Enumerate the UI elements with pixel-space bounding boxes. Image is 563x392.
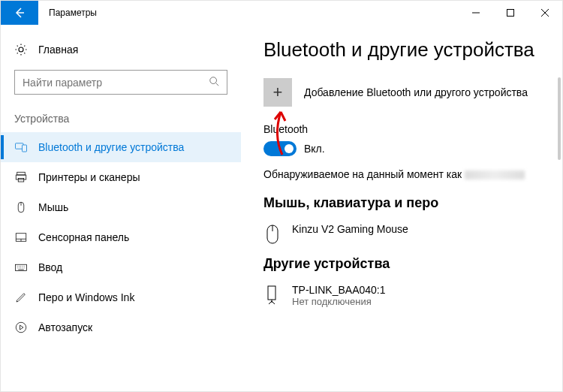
- device-status: Нет подключения: [292, 296, 386, 307]
- keyboard-icon: [14, 261, 28, 274]
- back-button[interactable]: [1, 1, 38, 25]
- add-device-row[interactable]: + Добавление Bluetooth или другого устро…: [263, 78, 546, 107]
- other-heading: Другие устройства: [263, 256, 546, 272]
- sidebar-item-touchpad[interactable]: Сенсорная панель: [1, 222, 241, 252]
- device-row-mouse[interactable]: Kinzu V2 Gaming Mouse: [263, 219, 546, 256]
- sidebar-item-label: Мышь: [38, 201, 68, 213]
- bluetooth-state: Вкл.: [304, 143, 325, 155]
- svg-rect-4: [17, 172, 26, 175]
- svg-rect-5: [16, 175, 26, 179]
- device-icon: [263, 284, 282, 305]
- printer-icon: [14, 170, 28, 184]
- svg-rect-12: [268, 286, 275, 300]
- title-bar: Параметры: [1, 1, 562, 25]
- sidebar-item-label: Сенсорная панель: [38, 231, 129, 243]
- device-name: TP-LINK_BAA040:1: [292, 284, 386, 296]
- mouse-icon: [14, 201, 28, 214]
- bluetooth-toggle[interactable]: [263, 141, 297, 156]
- mkp-heading: Мышь, клавиатура и перо: [263, 195, 546, 211]
- svg-rect-3: [23, 145, 27, 152]
- sidebar-item-bluetooth[interactable]: Bluetooth и другие устройства: [1, 132, 241, 162]
- gear-icon: [14, 43, 28, 56]
- scrollbar[interactable]: [558, 77, 561, 160]
- home-button[interactable]: Главная: [1, 38, 241, 64]
- window-title: Параметры: [38, 1, 97, 25]
- plus-icon: +: [273, 83, 283, 102]
- sidebar-item-label: Bluetooth и другие устройства: [38, 141, 184, 153]
- discoverable-text: Обнаруживаемое на данный момент как: [263, 168, 546, 180]
- device-name: Kinzu V2 Gaming Mouse: [292, 223, 408, 235]
- add-device-button[interactable]: +: [263, 78, 292, 107]
- sidebar-item-label: Ввод: [38, 261, 62, 273]
- add-device-label: Добавление Bluetooth или другого устройс…: [304, 86, 528, 98]
- sidebar-item-label: Перо и Windows Ink: [38, 291, 134, 303]
- device-row-other[interactable]: TP-LINK_BAA040:1 Нет подключения: [263, 279, 546, 319]
- mouse-icon: [263, 223, 282, 244]
- search-icon: [209, 76, 219, 89]
- sidebar-item-typing[interactable]: Ввод: [1, 252, 241, 282]
- maximize-button[interactable]: [493, 1, 528, 25]
- sidebar-item-label: Принтеры и сканеры: [38, 171, 140, 183]
- svg-point-10: [16, 322, 26, 333]
- autoplay-icon: [14, 321, 28, 334]
- main-panel: Bluetooth и другие устройства + Добавлен…: [241, 25, 562, 392]
- svg-rect-0: [507, 10, 514, 17]
- page-title: Bluetooth и другие устройства: [263, 38, 546, 62]
- svg-rect-6: [18, 179, 24, 182]
- svg-point-1: [210, 77, 217, 84]
- sidebar: Главная Устройства Bluetooth и другие ус…: [1, 25, 241, 392]
- sidebar-item-label: Автозапуск: [38, 321, 92, 333]
- sidebar-item-pen[interactable]: Перо и Windows Ink: [1, 282, 241, 312]
- sidebar-item-printers[interactable]: Принтеры и сканеры: [1, 162, 241, 192]
- pen-icon: [14, 291, 28, 304]
- search-box[interactable]: [14, 70, 227, 95]
- close-button[interactable]: [528, 1, 562, 25]
- touchpad-icon: [14, 231, 28, 244]
- sidebar-item-mouse[interactable]: Мышь: [1, 192, 241, 222]
- devices-icon: [14, 140, 28, 154]
- device-name-blurred: [465, 170, 525, 179]
- minimize-button[interactable]: [459, 1, 493, 25]
- home-label: Главная: [38, 44, 78, 56]
- sidebar-item-autoplay[interactable]: Автозапуск: [1, 312, 241, 342]
- bluetooth-label: Bluetooth: [263, 123, 546, 135]
- search-input[interactable]: [23, 77, 209, 89]
- sidebar-category: Устройства: [1, 108, 241, 129]
